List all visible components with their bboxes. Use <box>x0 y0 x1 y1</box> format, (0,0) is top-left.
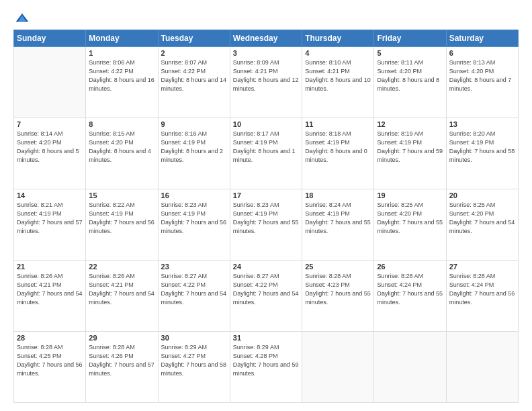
calendar-header-wednesday: Wednesday <box>230 30 302 47</box>
day-number: 4 <box>305 49 371 57</box>
day-number: 21 <box>17 263 83 271</box>
calendar-week-row: 1Sunrise: 8:06 AMSunset: 4:22 PMDaylight… <box>14 47 519 118</box>
calendar-cell: 1Sunrise: 8:06 AMSunset: 4:22 PMDaylight… <box>86 47 158 118</box>
day-info: Sunrise: 8:29 AMSunset: 4:28 PMDaylight:… <box>233 343 299 378</box>
day-info: Sunrise: 8:07 AMSunset: 4:22 PMDaylight:… <box>161 58 227 93</box>
day-number: 30 <box>161 334 227 342</box>
day-number: 11 <box>305 120 371 128</box>
day-number: 2 <box>161 49 227 57</box>
calendar-cell: 24Sunrise: 8:27 AMSunset: 4:22 PMDayligh… <box>230 261 302 332</box>
day-info: Sunrise: 8:15 AMSunset: 4:20 PMDaylight:… <box>89 130 154 165</box>
day-number: 19 <box>377 191 443 199</box>
day-number: 9 <box>161 120 227 128</box>
day-info: Sunrise: 8:16 AMSunset: 4:19 PMDaylight:… <box>161 130 227 165</box>
day-info: Sunrise: 8:23 AMSunset: 4:19 PMDaylight:… <box>233 201 299 236</box>
calendar-cell: 3Sunrise: 8:09 AMSunset: 4:21 PMDaylight… <box>230 47 302 118</box>
day-number: 5 <box>377 49 443 57</box>
day-number: 23 <box>161 263 227 271</box>
day-number: 8 <box>89 120 154 128</box>
calendar-cell: 12Sunrise: 8:19 AMSunset: 4:19 PMDayligh… <box>374 118 446 189</box>
logo <box>13 11 30 23</box>
calendar-week-row: 14Sunrise: 8:21 AMSunset: 4:19 PMDayligh… <box>14 189 519 261</box>
calendar-header-saturday: Saturday <box>446 30 518 47</box>
day-info: Sunrise: 8:25 AMSunset: 4:20 PMDaylight:… <box>377 201 443 236</box>
day-number: 18 <box>305 191 371 199</box>
day-info: Sunrise: 8:06 AMSunset: 4:22 PMDaylight:… <box>89 58 154 93</box>
calendar-cell <box>302 332 374 403</box>
calendar-week-row: 7Sunrise: 8:14 AMSunset: 4:20 PMDaylight… <box>14 118 519 189</box>
day-number: 3 <box>233 49 299 57</box>
day-info: Sunrise: 8:29 AMSunset: 4:27 PMDaylight:… <box>161 343 227 378</box>
calendar-cell <box>374 332 446 403</box>
day-info: Sunrise: 8:28 AMSunset: 4:26 PMDaylight:… <box>89 343 154 378</box>
day-info: Sunrise: 8:13 AMSunset: 4:20 PMDaylight:… <box>449 58 515 93</box>
day-info: Sunrise: 8:27 AMSunset: 4:22 PMDaylight:… <box>233 272 299 307</box>
day-number: 10 <box>233 120 299 128</box>
calendar-cell: 19Sunrise: 8:25 AMSunset: 4:20 PMDayligh… <box>374 189 446 261</box>
calendar-cell: 6Sunrise: 8:13 AMSunset: 4:20 PMDaylight… <box>446 47 518 118</box>
day-number: 26 <box>377 263 443 271</box>
day-number: 14 <box>17 191 83 199</box>
calendar-cell: 23Sunrise: 8:27 AMSunset: 4:22 PMDayligh… <box>158 261 230 332</box>
calendar-cell: 31Sunrise: 8:29 AMSunset: 4:28 PMDayligh… <box>230 332 302 403</box>
day-info: Sunrise: 8:09 AMSunset: 4:21 PMDaylight:… <box>233 58 299 93</box>
calendar-cell: 10Sunrise: 8:17 AMSunset: 4:19 PMDayligh… <box>230 118 302 189</box>
calendar-cell: 21Sunrise: 8:26 AMSunset: 4:21 PMDayligh… <box>14 261 86 332</box>
day-number: 20 <box>449 191 515 199</box>
calendar-cell: 13Sunrise: 8:20 AMSunset: 4:19 PMDayligh… <box>446 118 518 189</box>
day-info: Sunrise: 8:24 AMSunset: 4:19 PMDaylight:… <box>305 201 371 236</box>
day-number: 1 <box>89 49 154 57</box>
calendar-cell: 15Sunrise: 8:22 AMSunset: 4:19 PMDayligh… <box>86 189 158 261</box>
day-number: 12 <box>377 120 443 128</box>
day-info: Sunrise: 8:25 AMSunset: 4:20 PMDaylight:… <box>449 201 515 236</box>
calendar-cell <box>14 47 86 118</box>
calendar-cell: 25Sunrise: 8:28 AMSunset: 4:23 PMDayligh… <box>302 261 374 332</box>
calendar-cell: 2Sunrise: 8:07 AMSunset: 4:22 PMDaylight… <box>158 47 230 118</box>
calendar-cell: 16Sunrise: 8:23 AMSunset: 4:19 PMDayligh… <box>158 189 230 261</box>
calendar-cell: 22Sunrise: 8:26 AMSunset: 4:21 PMDayligh… <box>86 261 158 332</box>
calendar-cell: 7Sunrise: 8:14 AMSunset: 4:20 PMDaylight… <box>14 118 86 189</box>
day-number: 31 <box>233 334 299 342</box>
header <box>13 11 519 23</box>
logo-icon <box>15 11 30 26</box>
calendar-cell: 11Sunrise: 8:18 AMSunset: 4:19 PMDayligh… <box>302 118 374 189</box>
day-number: 28 <box>17 334 83 342</box>
day-number: 17 <box>233 191 299 199</box>
day-info: Sunrise: 8:22 AMSunset: 4:19 PMDaylight:… <box>89 201 154 236</box>
page: SundayMondayTuesdayWednesdayThursdayFrid… <box>0 0 532 411</box>
day-info: Sunrise: 8:27 AMSunset: 4:22 PMDaylight:… <box>161 272 227 307</box>
calendar-week-row: 21Sunrise: 8:26 AMSunset: 4:21 PMDayligh… <box>14 261 519 332</box>
calendar-cell: 28Sunrise: 8:28 AMSunset: 4:25 PMDayligh… <box>14 332 86 403</box>
day-number: 6 <box>449 49 515 57</box>
calendar-cell: 18Sunrise: 8:24 AMSunset: 4:19 PMDayligh… <box>302 189 374 261</box>
calendar-week-row: 28Sunrise: 8:28 AMSunset: 4:25 PMDayligh… <box>14 332 519 403</box>
day-info: Sunrise: 8:17 AMSunset: 4:19 PMDaylight:… <box>233 130 299 165</box>
day-number: 7 <box>17 120 83 128</box>
calendar-cell: 8Sunrise: 8:15 AMSunset: 4:20 PMDaylight… <box>86 118 158 189</box>
calendar-cell: 26Sunrise: 8:28 AMSunset: 4:24 PMDayligh… <box>374 261 446 332</box>
day-number: 15 <box>89 191 154 199</box>
day-number: 24 <box>233 263 299 271</box>
day-info: Sunrise: 8:28 AMSunset: 4:23 PMDaylight:… <box>305 272 371 307</box>
calendar-header-tuesday: Tuesday <box>158 30 230 47</box>
day-number: 16 <box>161 191 227 199</box>
day-info: Sunrise: 8:28 AMSunset: 4:24 PMDaylight:… <box>377 272 443 307</box>
day-number: 22 <box>89 263 154 271</box>
calendar-cell: 14Sunrise: 8:21 AMSunset: 4:19 PMDayligh… <box>14 189 86 261</box>
day-info: Sunrise: 8:18 AMSunset: 4:19 PMDaylight:… <box>305 130 371 165</box>
calendar-cell: 29Sunrise: 8:28 AMSunset: 4:26 PMDayligh… <box>86 332 158 403</box>
day-info: Sunrise: 8:26 AMSunset: 4:21 PMDaylight:… <box>17 272 83 307</box>
day-info: Sunrise: 8:20 AMSunset: 4:19 PMDaylight:… <box>449 130 515 165</box>
day-number: 29 <box>89 334 154 342</box>
calendar-header-row: SundayMondayTuesdayWednesdayThursdayFrid… <box>14 30 519 47</box>
calendar-header-monday: Monday <box>86 30 158 47</box>
day-info: Sunrise: 8:26 AMSunset: 4:21 PMDaylight:… <box>89 272 154 307</box>
calendar-cell: 20Sunrise: 8:25 AMSunset: 4:20 PMDayligh… <box>446 189 518 261</box>
calendar-cell <box>446 332 518 403</box>
day-info: Sunrise: 8:21 AMSunset: 4:19 PMDaylight:… <box>17 201 83 236</box>
calendar-header-thursday: Thursday <box>302 30 374 47</box>
day-number: 25 <box>305 263 371 271</box>
day-number: 27 <box>449 263 515 271</box>
calendar-table: SundayMondayTuesdayWednesdayThursdayFrid… <box>13 30 519 403</box>
calendar-header-friday: Friday <box>374 30 446 47</box>
